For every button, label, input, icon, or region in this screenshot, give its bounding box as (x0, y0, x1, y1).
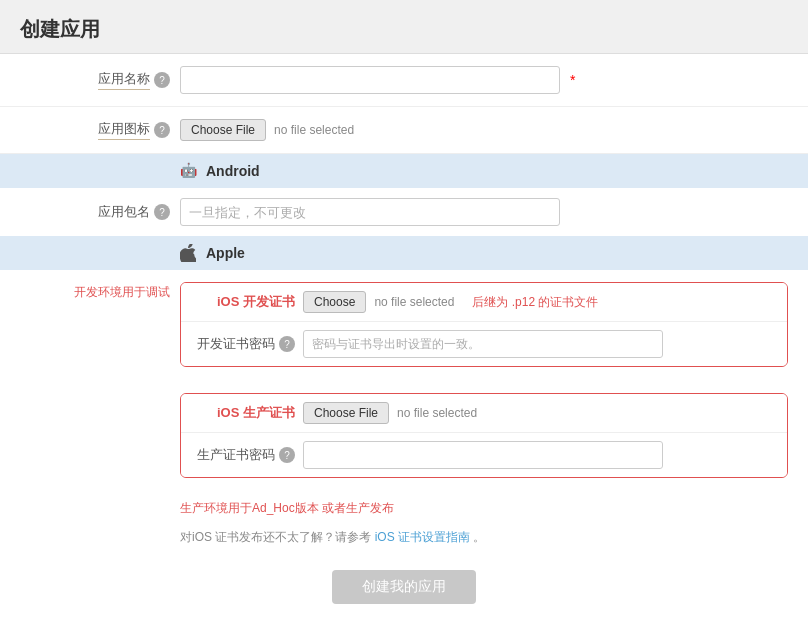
app-icon-row: 应用图标 ? Choose File no file selected (0, 107, 808, 154)
prod-env-label-spacer (20, 387, 180, 395)
no-file-prod-cert-text: no file selected (397, 406, 477, 420)
dev-cert-group-outer: 开发环境用于调试 iOS 开发证书 Choose no file selecte… (0, 270, 808, 371)
cert-guide-suffix: 。 (473, 530, 485, 544)
app-package-row: 应用包名 ? (0, 188, 808, 236)
app-package-help-icon[interactable]: ? (154, 204, 170, 220)
ios-prod-pwd-help-icon[interactable]: ? (279, 447, 295, 463)
choose-file-prod-cert-button[interactable]: Choose File (303, 402, 389, 424)
app-icon-help-icon[interactable]: ? (154, 122, 170, 138)
prod-cert-group: iOS 生产证书 Choose File no file selected 生产… (180, 387, 788, 478)
ios-prod-pwd-label: 生产证书密码 ? (193, 446, 303, 464)
android-section-label: Android (206, 163, 260, 179)
app-name-help-icon[interactable]: ? (154, 72, 170, 88)
apple-section-label: Apple (206, 245, 245, 261)
app-name-label-text: 应用名称 (98, 70, 150, 90)
ios-prod-cert-control: Choose File no file selected (303, 402, 775, 424)
ios-dev-cert-label-text: iOS 开发证书 (217, 293, 295, 311)
ios-dev-pwd-label-text: 开发证书密码 (197, 335, 275, 353)
ios-prod-pwd-label-text: 生产证书密码 (197, 446, 275, 464)
ios-dev-pwd-control (303, 330, 775, 358)
dev-cert-group: iOS 开发证书 Choose no file selected 后继为 .p1… (180, 276, 788, 367)
cert-note-text: 后继为 .p12 的证书文件 (472, 294, 598, 311)
ios-dev-pwd-help-icon[interactable]: ? (279, 336, 295, 352)
cert-guide-note: 对iOS 证书发布还不太了解？请参考 iOS 证书设置指南 。 (0, 521, 808, 550)
app-name-row: 应用名称 ? * (0, 54, 808, 107)
bottom-note: 生产环境用于Ad_Hoc版本 或者生产发布 (0, 492, 808, 521)
apple-section-header: Apple (0, 236, 808, 270)
ios-dev-grouped-rows: iOS 开发证书 Choose no file selected 后继为 .p1… (180, 282, 788, 367)
choose-file-dev-cert-button[interactable]: Choose (303, 291, 366, 313)
app-package-control (180, 198, 788, 226)
prod-cert-group-outer: iOS 生产证书 Choose File no file selected 生产… (0, 381, 808, 482)
ios-prod-grouped-rows: iOS 生产证书 Choose File no file selected 生产… (180, 393, 788, 478)
dev-env-label: 开发环境用于调试 (20, 276, 180, 301)
no-file-icon-text: no file selected (274, 123, 354, 137)
ios-dev-cert-control: Choose no file selected 后继为 .p12 的证书文件 (303, 291, 775, 313)
android-section-header: 🤖 Android (0, 154, 808, 188)
app-icon-control: Choose File no file selected (180, 119, 788, 141)
ios-dev-cert-label: iOS 开发证书 (193, 293, 303, 311)
page-title: 创建应用 (20, 16, 788, 43)
ios-prod-cert-label-text: iOS 生产证书 (217, 404, 295, 422)
ios-prod-pwd-row: 生产证书密码 ? (181, 433, 787, 477)
ios-prod-cert-row: iOS 生产证书 Choose File no file selected (181, 394, 787, 433)
submit-row: 创建我的应用 (0, 550, 808, 620)
required-star: * (570, 72, 575, 88)
cert-guide-prefix: 对iOS 证书发布还不太了解？请参考 (180, 530, 371, 544)
app-package-label: 应用包名 ? (20, 203, 180, 221)
ios-dev-pwd-label: 开发证书密码 ? (193, 335, 303, 353)
app-icon-label-text: 应用图标 (98, 120, 150, 140)
android-icon: 🤖 (180, 162, 198, 180)
page-container: 创建应用 应用名称 ? * 应用图标 ? Choose File no file… (0, 0, 808, 620)
ios-prod-pwd-input[interactable] (303, 441, 663, 469)
page-header: 创建应用 (0, 0, 808, 54)
app-icon-label: 应用图标 ? (20, 120, 180, 140)
choose-file-icon-button[interactable]: Choose File (180, 119, 266, 141)
ios-dev-pwd-input[interactable] (303, 330, 663, 358)
app-name-control: * (180, 66, 788, 94)
app-package-input[interactable] (180, 198, 560, 226)
no-file-dev-cert-text: no file selected (374, 295, 454, 309)
app-name-input[interactable] (180, 66, 560, 94)
ios-dev-cert-row: iOS 开发证书 Choose no file selected 后继为 .p1… (181, 283, 787, 322)
app-package-label-text: 应用包名 (98, 203, 150, 221)
ios-prod-pwd-control (303, 441, 775, 469)
ios-prod-cert-label: iOS 生产证书 (193, 404, 303, 422)
cert-guide-link[interactable]: iOS 证书设置指南 (375, 530, 470, 544)
form-area: 应用名称 ? * 应用图标 ? Choose File no file sele… (0, 54, 808, 620)
prod-env-label: 生产环境用于Ad_Hoc版本 或者生产发布 (180, 501, 394, 515)
ios-dev-pwd-row: 开发证书密码 ? (181, 322, 787, 366)
apple-icon (180, 244, 198, 262)
submit-button[interactable]: 创建我的应用 (332, 570, 476, 604)
app-name-label: 应用名称 ? (20, 70, 180, 90)
